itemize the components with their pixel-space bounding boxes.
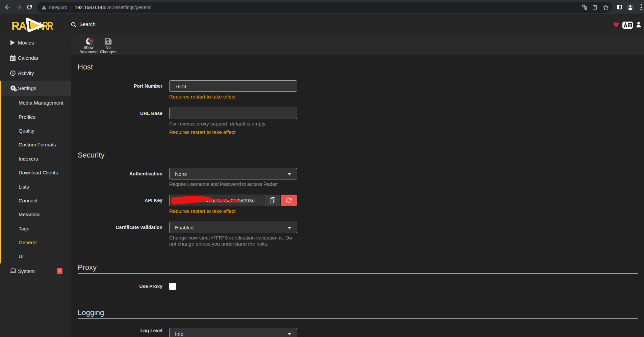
svg-text:RA: RA [11, 20, 26, 32]
